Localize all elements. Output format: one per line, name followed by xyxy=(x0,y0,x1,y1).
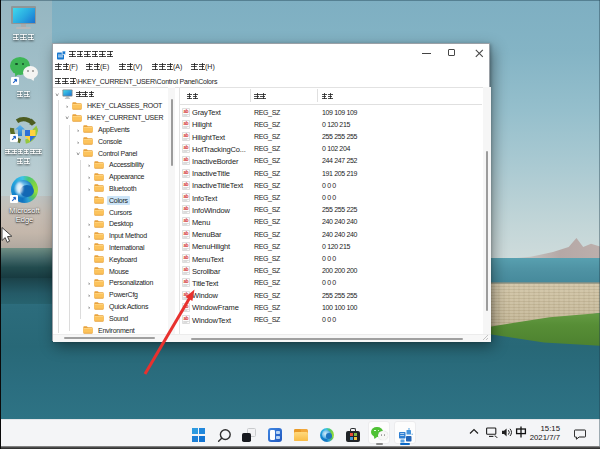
svg-text:ab: ab xyxy=(184,169,189,174)
svg-text:ab: ab xyxy=(184,315,189,320)
svg-text:ab: ab xyxy=(184,218,189,223)
svg-text:ab: ab xyxy=(184,267,189,272)
svg-text:ab: ab xyxy=(184,193,189,198)
svg-text:ab: ab xyxy=(184,230,189,235)
svg-text:ab: ab xyxy=(184,254,189,259)
svg-text:ab: ab xyxy=(184,108,189,113)
svg-text:ab: ab xyxy=(184,291,189,296)
svg-text:ab: ab xyxy=(184,145,189,150)
svg-text:ab: ab xyxy=(184,157,189,162)
svg-text:ab: ab xyxy=(184,242,189,247)
svg-text:ab: ab xyxy=(184,206,189,211)
svg-text:ab: ab xyxy=(184,303,189,308)
svg-text:ab: ab xyxy=(184,120,189,125)
svg-text:ab: ab xyxy=(184,181,189,186)
svg-text:ab: ab xyxy=(184,279,189,284)
svg-text:ab: ab xyxy=(184,132,189,137)
